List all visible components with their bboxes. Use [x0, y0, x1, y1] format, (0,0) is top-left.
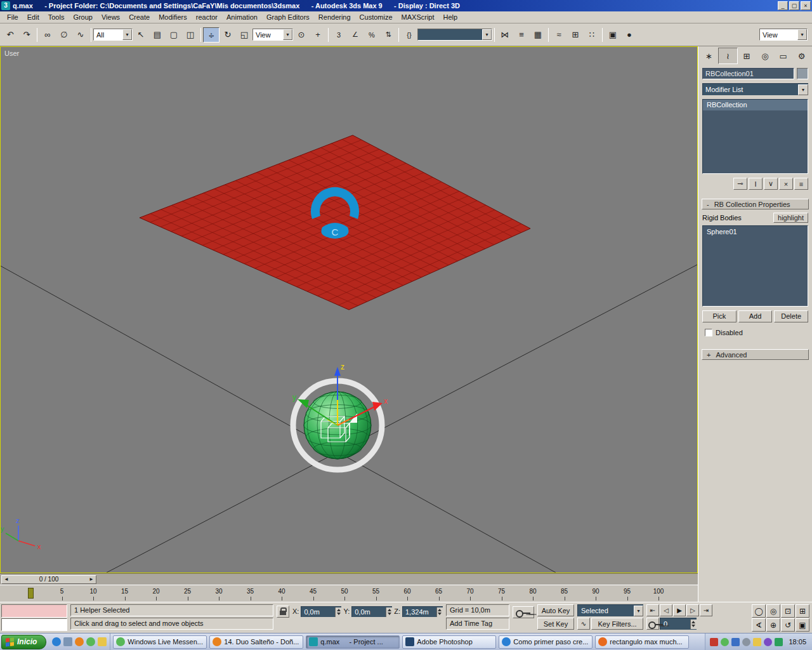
previous-frame-arrow-icon[interactable]: ◄ [4, 576, 9, 582]
update-tray-icon[interactable] [753, 638, 761, 646]
key-mode-dropdown[interactable]: Selected ▾ [577, 604, 643, 616]
taskbar-item-photoshop[interactable]: Adobe Photoshop [402, 635, 496, 649]
next-frame-arrow-icon[interactable]: ► [89, 576, 94, 582]
selection-filter-dropdown[interactable]: All ▾ [93, 29, 133, 41]
chevron-down-icon[interactable]: ▾ [482, 29, 492, 40]
disabled-checkbox[interactable] [705, 329, 712, 336]
quick-render-icon[interactable]: ● [621, 27, 638, 43]
frame-spinner[interactable] [690, 620, 697, 629]
viewport-label[interactable]: User [4, 50, 19, 57]
highlight-button[interactable]: highlight [773, 213, 808, 223]
add-time-tag[interactable]: Add Time Tag [446, 618, 509, 630]
select-and-manipulate-icon[interactable]: + [310, 27, 326, 43]
start-button[interactable]: Inicio [1, 635, 46, 649]
modifier-stack[interactable]: RBCollection [702, 99, 808, 174]
display-tab-icon[interactable]: ▭ [774, 48, 792, 64]
z-spinner[interactable] [436, 607, 443, 617]
menu-file[interactable]: File [3, 12, 23, 22]
restore-button[interactable]: ▢ [789, 1, 799, 10]
maxscript-mini-listener[interactable] [1, 604, 67, 631]
play-icon[interactable]: ▶ [673, 604, 686, 616]
rigid-bodies-list[interactable]: Sphere01 [702, 225, 808, 307]
menu-reactor[interactable]: reactor [192, 12, 222, 22]
snaps-toggle-icon[interactable]: 3 [331, 27, 347, 43]
show-desktop-icon[interactable] [63, 637, 72, 646]
zoom-extents-icon[interactable]: ⊡ [781, 604, 795, 618]
select-and-scale-icon[interactable]: ◱ [236, 27, 252, 43]
set-keys-button[interactable] [513, 606, 534, 618]
arc-rotate-icon[interactable]: ↺ [781, 618, 795, 632]
x-spinner[interactable] [335, 607, 341, 617]
y-coordinate-field[interactable]: 0,0m [351, 606, 392, 617]
close-button[interactable]: × [801, 1, 811, 10]
auto-key-button[interactable]: Auto Key [537, 604, 574, 616]
menu-help[interactable]: Help [439, 12, 462, 22]
menu-graph-editors[interactable]: Graph Editors [262, 12, 314, 22]
maximize-viewport-icon[interactable]: ▣ [796, 618, 809, 632]
curve-editor-icon[interactable]: ≈ [551, 27, 567, 43]
messenger-tray-icon[interactable] [721, 638, 729, 646]
undo-icon[interactable]: ↶ [2, 27, 18, 43]
media-player-quicklaunch-icon[interactable] [75, 637, 84, 646]
modify-tab-icon[interactable]: ≀ [718, 48, 738, 64]
pin-stack-icon[interactable]: ⊸ [733, 178, 747, 190]
listener-macro-pane[interactable] [1, 604, 67, 618]
go-to-start-icon[interactable]: ⇤ [646, 604, 659, 616]
list-item-sphere01[interactable]: Sphere01 [703, 226, 808, 237]
previous-frame-icon[interactable]: ◁ [660, 604, 672, 616]
utilities-tab-icon[interactable]: ⚙ [792, 48, 811, 64]
explorer-quicklaunch-icon[interactable] [98, 637, 107, 646]
time-slider[interactable]: ◄ 0 / 100 ► [1, 575, 96, 584]
chevron-down-icon[interactable]: ▾ [283, 29, 292, 40]
menu-create[interactable]: Create [124, 12, 154, 22]
pick-button[interactable]: Pick [702, 310, 737, 322]
minimize-button[interactable]: _ [778, 1, 788, 10]
selection-region-icon[interactable]: ▢ [166, 27, 182, 43]
chevron-down-icon[interactable]: ▾ [798, 84, 808, 95]
x-coordinate-field[interactable]: 0,0m [301, 606, 341, 617]
menu-rendering[interactable]: Rendering [314, 12, 355, 22]
use-pivot-center-icon[interactable]: ⊙ [293, 27, 310, 43]
bind-to-space-warp-icon[interactable]: ∿ [72, 27, 89, 43]
angle-snap-icon[interactable]: ∠ [347, 27, 363, 43]
timeline-ruler[interactable]: 5101520253035404550556065707580859095100 [0, 585, 698, 602]
antivirus-tray-icon[interactable] [710, 638, 718, 646]
select-and-move-icon[interactable]: ↔ ↕ [203, 27, 219, 43]
spinner-snap-icon[interactable]: ⇅ [380, 27, 396, 43]
next-frame-icon[interactable]: ▷ [686, 604, 699, 616]
schematic-view-icon[interactable]: ⊞ [567, 27, 584, 43]
messenger-quicklaunch-icon[interactable] [86, 637, 95, 646]
create-tab-icon[interactable]: ∗ [700, 48, 718, 64]
zoom-icon[interactable]: ◯ [752, 604, 766, 618]
edit-named-sets-icon[interactable]: {} [401, 27, 417, 43]
layer-manager-icon[interactable]: ▦ [530, 27, 546, 43]
z-coordinate-field[interactable]: 1,324m [402, 606, 443, 617]
add-button[interactable]: Add [738, 310, 773, 322]
menu-group[interactable]: Group [69, 12, 97, 22]
current-frame-marker[interactable] [28, 588, 34, 599]
object-name-field[interactable]: RBCollection01 [702, 68, 794, 79]
current-frame-field[interactable]: 0 [660, 618, 697, 630]
ie-quicklaunch-icon[interactable] [52, 637, 61, 646]
make-unique-icon[interactable]: ∨ [764, 178, 778, 190]
modifier-list-dropdown[interactable]: Modifier List ▾ [702, 83, 808, 95]
key-mode-toggle[interactable] [646, 618, 659, 630]
select-by-name-icon[interactable]: ▤ [149, 27, 166, 43]
menu-maxscript[interactable]: MAXScript [397, 12, 439, 22]
field-of-view-icon[interactable]: ∢ [752, 618, 766, 632]
redo-icon[interactable]: ↷ [18, 27, 35, 43]
menu-tools[interactable]: Tools [44, 12, 69, 22]
time-slider-track[interactable]: ◄ 0 / 100 ► [0, 573, 698, 585]
menu-modifiers[interactable]: Modifiers [154, 12, 192, 22]
material-editor-icon[interactable]: ∷ [584, 27, 600, 43]
taskbar-item-music[interactable]: 14. Duo Salteño - Doñ... [209, 635, 303, 649]
default-tangents-icon[interactable]: ∿ [577, 618, 590, 630]
select-object-icon[interactable]: ↖ [133, 27, 149, 43]
show-end-result-icon[interactable]: I [749, 178, 763, 190]
misc-tray-icon[interactable] [764, 638, 772, 646]
chevron-down-icon[interactable]: ▾ [122, 29, 132, 40]
align-icon[interactable]: ≡ [513, 27, 530, 43]
taskbar-item-messenger[interactable]: Windows Live Messen... [113, 635, 207, 649]
coordinate-system-dropdown[interactable]: View ▾ [252, 29, 293, 41]
delete-button[interactable]: Delete [774, 310, 808, 322]
